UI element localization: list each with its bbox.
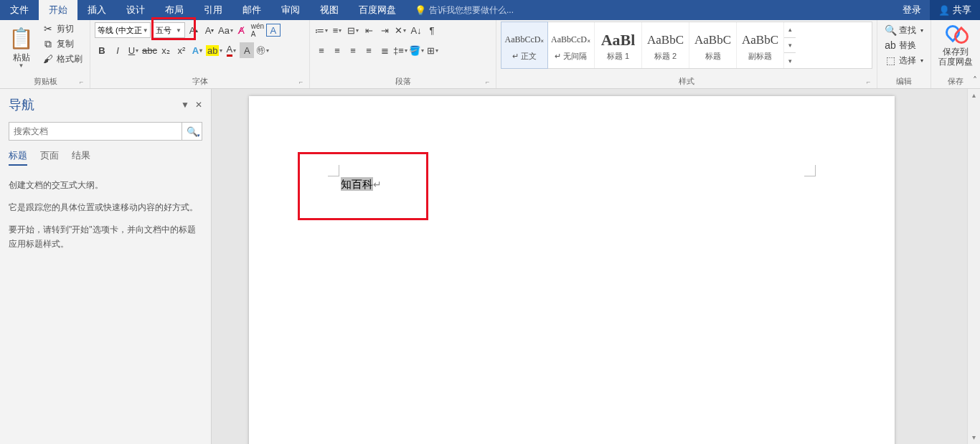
italic-button[interactable]: I: [110, 42, 125, 58]
tab-view[interactable]: 视图: [310, 0, 349, 20]
align-right-button[interactable]: ≡: [346, 42, 360, 58]
copy-button[interactable]: ⧉复制: [39, 37, 85, 51]
tab-references[interactable]: 引用: [194, 0, 232, 20]
vertical-scrollbar[interactable]: ▴ ▾: [967, 89, 980, 444]
tab-layout[interactable]: 布局: [155, 0, 194, 20]
grow-font-button[interactable]: A▴: [187, 22, 201, 38]
multilevel-list-button[interactable]: ⊟▾: [346, 22, 360, 38]
superscript-button[interactable]: x²: [174, 42, 189, 58]
tab-baidu[interactable]: 百度网盘: [349, 0, 406, 20]
align-justify-button[interactable]: ≡: [362, 42, 376, 58]
tab-review[interactable]: 审阅: [271, 0, 310, 20]
font-size-combo[interactable]: 五号 ▼: [152, 22, 185, 38]
style-normal[interactable]: AaBbCcDₓ↵ 正文: [501, 22, 548, 69]
show-marks-button[interactable]: ¶: [425, 22, 439, 38]
phonetic-guide-button[interactable]: wénA: [250, 22, 265, 38]
tab-home[interactable]: 开始: [39, 0, 77, 20]
share-button[interactable]: 👤 共享: [930, 0, 980, 20]
document-page[interactable]: 知百科↵: [249, 96, 895, 444]
tab-design[interactable]: 设计: [116, 0, 155, 20]
login-button[interactable]: 登录: [894, 0, 930, 20]
document-area: 知百科↵ ▴ ▾: [212, 89, 980, 444]
enclose-characters-button[interactable]: ㊕▾: [255, 42, 270, 58]
baidu-drive-icon: [944, 24, 967, 47]
font-launcher[interactable]: ⌐: [299, 78, 308, 87]
style-no-spacing[interactable]: AaBbCcDₓ↵ 无间隔: [547, 22, 595, 68]
text-effects-button[interactable]: A▾: [190, 42, 204, 58]
subscript-button[interactable]: x₂: [159, 42, 173, 58]
shading-button[interactable]: 🪣▾: [409, 42, 424, 58]
tell-me-search[interactable]: 💡 告诉我您想要做什么...: [415, 0, 514, 20]
nav-search-button[interactable]: 🔍 ▾: [182, 123, 202, 140]
tab-mail[interactable]: 邮件: [232, 0, 271, 20]
borders-button[interactable]: ⊞▾: [425, 42, 440, 58]
style-title[interactable]: AaBbC标题: [689, 22, 737, 68]
strikethrough-button[interactable]: abc: [142, 42, 157, 58]
shrink-font-button[interactable]: A▾: [202, 22, 217, 38]
style-heading2[interactable]: AaBbC标题 2: [642, 22, 689, 68]
styles-launcher[interactable]: ⌐: [867, 78, 875, 87]
cut-button[interactable]: ✂剪切: [39, 22, 85, 36]
nav-search-input[interactable]: [9, 123, 182, 140]
gallery-scroll-up[interactable]: ▴: [784, 22, 796, 38]
change-case-button[interactable]: Aa▾: [218, 22, 233, 38]
nav-para-1: 创建文档的交互式大纲。: [9, 179, 202, 192]
cut-label: 剪切: [57, 23, 74, 35]
dropdown-arrow-icon: ▼: [19, 62, 24, 69]
scroll-down-icon[interactable]: ▾: [968, 431, 980, 444]
nav-close-icon[interactable]: ✕: [195, 100, 202, 110]
group-clipboard-label: 剪贴板: [6, 76, 85, 88]
group-paragraph-label: 段落: [314, 76, 491, 88]
bullets-button[interactable]: ≔▾: [314, 22, 329, 38]
clipboard-launcher[interactable]: ⌐: [80, 78, 88, 87]
nav-tab-pages[interactable]: 页面: [40, 149, 59, 166]
scroll-up-icon[interactable]: ▴: [968, 89, 980, 102]
nav-tab-results[interactable]: 结果: [72, 149, 90, 166]
increase-indent-button[interactable]: ⇥: [377, 22, 392, 38]
find-button[interactable]: 🔍查找▾: [882, 23, 926, 37]
tab-file[interactable]: 文件: [0, 0, 39, 20]
asian-layout-button[interactable]: ✕▾: [393, 22, 407, 38]
group-font: 等线 (中文正▼ 五号 ▼ A▴ A▾ Aa▾ A̸ wénA A B I U▾…: [90, 20, 310, 88]
group-paragraph: ≔▾ ≡▾ ⊟▾ ⇤ ⇥ ✕▾ A↓ ¶ ≡ ≡ ≡ ≡ ≣ ‡≡▾ 🪣▾ ⊞▾…: [310, 20, 496, 88]
paste-button[interactable]: 📋 粘贴 ▼: [6, 22, 37, 69]
style-subtitle[interactable]: AaBbC副标题: [737, 22, 784, 68]
collapse-ribbon-button[interactable]: ˄: [973, 75, 977, 85]
group-font-label: 字体: [95, 76, 305, 88]
save-to-baidu-button[interactable]: 保存到百度网盘: [936, 22, 976, 67]
character-border-button[interactable]: A: [266, 24, 281, 37]
cut-icon: ✂: [42, 23, 54, 34]
nav-search-box[interactable]: 🔍 ▾: [9, 122, 202, 141]
lightbulb-icon: 💡: [415, 5, 426, 16]
decrease-indent-button[interactable]: ⇤: [362, 22, 376, 38]
nav-dropdown-icon[interactable]: ▼: [181, 100, 189, 110]
tell-me-placeholder: 告诉我您想要做什么...: [429, 4, 514, 16]
select-button[interactable]: ⬚选择▾: [882, 53, 926, 67]
dropdown-arrow-icon: ▾: [197, 133, 200, 138]
bold-button[interactable]: B: [95, 42, 109, 58]
highlight-button[interactable]: ab▾: [206, 42, 222, 58]
paragraph-launcher[interactable]: ⌐: [486, 78, 494, 87]
font-color-button[interactable]: A▾: [224, 42, 238, 58]
nav-tab-headings[interactable]: 标题: [9, 149, 27, 166]
group-editing-label: 编辑: [882, 76, 926, 88]
format-painter-label: 格式刷: [57, 53, 83, 65]
underline-button[interactable]: U▾: [126, 42, 141, 58]
tab-insert[interactable]: 插入: [77, 0, 116, 20]
nav-para-3: 要开始，请转到"开始"选项卡，并向文档中的标题应用标题样式。: [9, 223, 202, 250]
replace-button[interactable]: ab替换: [882, 38, 926, 52]
style-heading1[interactable]: AaBl标题 1: [595, 22, 642, 68]
paste-icon: 📋: [9, 24, 34, 52]
numbering-button[interactable]: ≡▾: [330, 22, 344, 38]
sort-button[interactable]: A↓: [409, 22, 423, 38]
font-name-combo[interactable]: 等线 (中文正▼: [95, 22, 151, 38]
align-left-button[interactable]: ≡: [314, 42, 329, 58]
character-shading-button[interactable]: A: [240, 42, 254, 58]
format-painter-button[interactable]: 🖌格式刷: [39, 52, 85, 66]
gallery-scroll-down[interactable]: ▾: [784, 38, 796, 54]
gallery-expand[interactable]: ▾: [784, 53, 796, 68]
align-center-button[interactable]: ≡: [330, 42, 344, 58]
clear-formatting-button[interactable]: A̸: [235, 22, 249, 38]
line-spacing-button[interactable]: ‡≡▾: [393, 42, 407, 58]
align-distributed-button[interactable]: ≣: [377, 42, 392, 58]
